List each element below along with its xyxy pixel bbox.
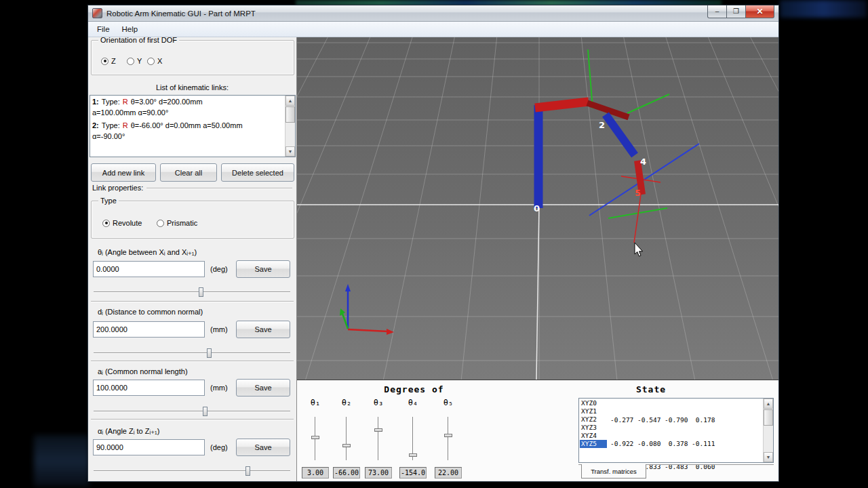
frame-xyz2[interactable]: XYZ2 <box>580 415 607 424</box>
link2-index: 2: <box>92 121 99 129</box>
d-slider-track <box>94 352 290 354</box>
link1-params-line2: a=100.00mm α=90.00° <box>92 108 168 117</box>
transf-matrices-tab[interactable]: Transf. matrices <box>581 464 646 479</box>
alpha-slider-thumb[interactable] <box>245 466 250 476</box>
dof-slider-5[interactable] <box>443 417 453 460</box>
link-item-1[interactable]: 1:Type:Rθ=3.00° d=200.00mm a=100.00mm α=… <box>92 96 283 118</box>
link2-type-label: Type: <box>102 121 120 129</box>
a-input[interactable] <box>93 380 205 396</box>
alpha-input[interactable] <box>93 439 205 455</box>
frame-xyz3[interactable]: XYZ3 <box>580 424 607 432</box>
alpha-slider[interactable] <box>94 466 290 476</box>
type-group-label: Type <box>98 197 119 205</box>
theta-slider[interactable] <box>94 287 290 297</box>
dof-label-5: θ₅ <box>433 398 463 407</box>
scroll-down-icon[interactable]: ▼ <box>764 452 773 462</box>
frame-xyz5[interactable]: XYZ5 <box>580 440 607 448</box>
degrees-of-freedom-panel: Degrees of θ₁ 3.00 θ₂ -66.00 <box>297 380 573 482</box>
close-button[interactable]: ✕ <box>745 5 774 18</box>
alpha-save-button[interactable]: Save <box>236 439 290 456</box>
dof-value-5: 22.00 <box>435 467 462 479</box>
joint-label-2: 2 <box>599 120 605 130</box>
app-icon <box>92 8 102 18</box>
dof-slider-5-thumb[interactable] <box>444 434 452 437</box>
radio-prismatic-circle[interactable] <box>157 220 164 227</box>
dof-column-3: θ₃ 73.00 <box>363 398 393 481</box>
radio-orientation-x[interactable]: X <box>147 57 162 65</box>
d-input[interactable] <box>93 321 205 338</box>
scrollbar-thumb[interactable] <box>764 409 773 426</box>
dof-slider-2-thumb[interactable] <box>342 444 351 447</box>
dof-slider-3[interactable] <box>374 417 383 460</box>
joint-label-4: 4 <box>640 157 646 167</box>
radio-orientation-y[interactable]: Y <box>127 57 142 65</box>
radio-revolute-label: Revolute <box>113 219 142 227</box>
dof-label-1: θ₁ <box>300 398 330 407</box>
bottom-panel: Degrees of θ₁ 3.00 θ₂ -66.00 <box>297 380 778 481</box>
desktop-blur-bottom-left <box>34 435 90 487</box>
radio-y-circle[interactable] <box>127 58 134 65</box>
scroll-down-icon[interactable]: ▼ <box>285 146 295 157</box>
maximize-button[interactable]: ❐ <box>727 5 745 18</box>
d-slider[interactable] <box>94 348 290 358</box>
title-bar[interactable]: Robotic Arm Kinematic GUI - Part of MRPT… <box>88 5 778 22</box>
frame-xyz4[interactable]: XYZ4 <box>580 432 607 440</box>
kinematic-links-list[interactable]: 1:Type:Rθ=3.00° d=200.00mm a=100.00mm α=… <box>90 95 296 157</box>
theta-input[interactable] <box>93 261 205 277</box>
state-scrollbar[interactable]: ▲ ▼ <box>763 399 773 462</box>
radio-x-circle[interactable] <box>147 58 155 65</box>
a-label: aᵢ (Common normal length) <box>98 367 188 375</box>
menu-file[interactable]: File <box>91 23 116 35</box>
radio-z-circle[interactable] <box>101 58 108 65</box>
orientation-groupbox: Orientation of first DOF Z Y X <box>91 40 294 75</box>
scroll-up-icon[interactable]: ▲ <box>764 399 773 409</box>
dof-column-1: θ₁ 3.00 <box>300 398 330 481</box>
state-listbox[interactable]: XYZ0 XYZ1 XYZ2 XYZ3 XYZ4 XYZ5 -0.277 -0.… <box>578 398 774 463</box>
theta-slider-thumb[interactable] <box>199 287 203 297</box>
a-save-button[interactable]: Save <box>236 379 290 396</box>
matrix-row-1: -0.922 -0.080 0.378 -0.111 <box>610 440 715 448</box>
links-list-scrollbar[interactable]: ▲ ▼ <box>285 96 295 157</box>
dof-slider-1[interactable] <box>311 417 320 460</box>
add-new-link-button[interactable]: Add new link <box>91 163 156 182</box>
3d-viewport[interactable]: 0 2 4 5 <box>297 37 778 380</box>
d-slider-thumb[interactable] <box>207 348 212 358</box>
menu-help[interactable]: Help <box>116 23 144 35</box>
state-panel: State XYZ0 XYZ1 XYZ2 XYZ3 XYZ4 XYZ5 -0.2… <box>573 380 778 482</box>
dof-value-2: -66.00 <box>333 467 360 479</box>
orientation-group-label: Orientation of first DOF <box>98 37 179 44</box>
frame-xyz1[interactable]: XYZ1 <box>580 407 607 415</box>
dof-title: Degrees of <box>297 384 531 394</box>
theta-save-button[interactable]: Save <box>236 260 290 278</box>
delete-selected-button[interactable]: Delete selected <box>221 163 294 182</box>
separator <box>91 419 294 420</box>
link1-type: R <box>123 98 128 106</box>
dof-column-5: θ₅ 22.00 <box>433 398 463 481</box>
links-list-header: List of kinematic links: <box>88 83 296 92</box>
a-slider-thumb[interactable] <box>203 407 208 416</box>
radio-x-label: X <box>157 57 162 65</box>
a-slider[interactable] <box>94 407 290 416</box>
dof-slider-2[interactable] <box>342 417 351 460</box>
radio-prismatic[interactable]: Prismatic <box>157 219 197 227</box>
scroll-up-icon[interactable]: ▲ <box>285 96 295 106</box>
dof-value-1: 3.00 <box>302 467 329 479</box>
alpha-label: αᵢ (Angle Zᵢ to Zᵢ₊₁) <box>98 427 159 436</box>
minimize-button[interactable]: – <box>707 5 727 18</box>
link-item-2[interactable]: 2:Type:Rθ=-66.00° d=0.00mm a=50.00mm α=-… <box>92 120 283 142</box>
type-groupbox: Type Revolute Prismatic <box>91 201 294 239</box>
scrollbar-thumb[interactable] <box>285 106 295 123</box>
dof-slider-4-thumb[interactable] <box>409 453 417 457</box>
frame-xyz0[interactable]: XYZ0 <box>580 399 607 407</box>
radio-orientation-z[interactable]: Z <box>101 57 116 65</box>
link-properties-header: Link properties: <box>92 184 143 192</box>
radio-revolute[interactable]: Revolute <box>102 219 142 227</box>
d-save-button[interactable]: Save <box>236 321 290 338</box>
clear-all-button[interactable]: Clear all <box>160 163 217 182</box>
dof-slider-4[interactable] <box>408 417 418 460</box>
window-title: Robotic Arm Kinematic GUI - Part of MRPT <box>106 9 256 18</box>
radio-revolute-circle[interactable] <box>102 220 110 227</box>
theta-unit: (deg) <box>210 265 228 273</box>
dof-slider-1-thumb[interactable] <box>311 436 319 439</box>
dof-slider-3-thumb[interactable] <box>374 428 382 432</box>
